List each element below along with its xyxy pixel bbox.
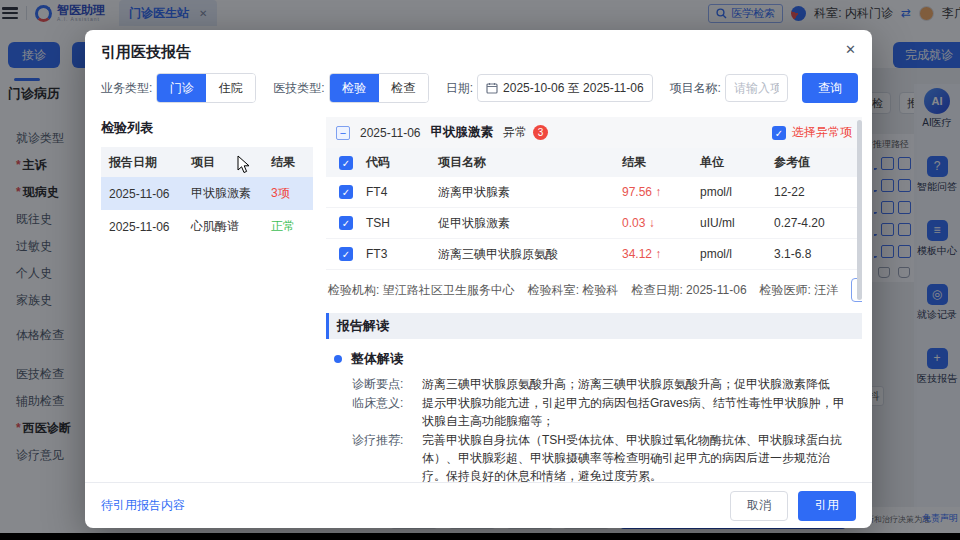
report-group-header: − 2025-11-06 甲状腺激素 异常 3 选择异常项 [326, 117, 862, 148]
scrollbar[interactable] [857, 120, 862, 300]
business-type-label: 业务类型: [101, 80, 152, 97]
option-exam[interactable]: 检查 [379, 74, 428, 102]
query-button[interactable]: 查询 [802, 73, 858, 103]
date-range-picker[interactable]: 2025-10-06 至 2025-11-06 [477, 74, 653, 102]
result-row-ft3[interactable]: FT3 游离三碘甲状腺原氨酸 34.12 ↑ pmol/l 3.1-6.8 [326, 239, 862, 270]
interpretation-section-title: 报告解读 [326, 313, 862, 339]
test-list-title: 检验列表 [101, 119, 313, 137]
result-row-tsh[interactable]: TSH 促甲状腺激素 0.03 ↓ uIU/ml 0.27-4.20 [326, 208, 862, 239]
cite-button[interactable]: 引用 [798, 491, 856, 521]
bullet-icon [334, 355, 342, 363]
test-list-row-cardiac-enzymes[interactable]: 2025-11-06 心肌酶谱 正常 [101, 210, 313, 243]
tech-type-segment: 检验 检查 [329, 73, 429, 103]
result-table-header: 代码 项目名称 结果 单位 参考值 [326, 148, 862, 177]
report-detail-panel: − 2025-11-06 甲状腺激素 异常 3 选择异常项 代码 项目名称 结果… [326, 117, 862, 482]
overall-interpretation-header: 整体解读 [334, 350, 862, 368]
result-badge: 3项 [271, 185, 313, 202]
project-name-label: 项目名称: [670, 80, 721, 97]
project-name-input[interactable] [725, 74, 788, 102]
pending-report-link[interactable]: 待引用报告内容 [101, 497, 185, 514]
collapse-icon[interactable]: − [336, 126, 350, 140]
report-date: 2025-11-06 [360, 126, 421, 140]
row-checkbox[interactable] [339, 216, 353, 230]
calendar-icon [486, 82, 498, 94]
result-badge: 正常 [271, 218, 313, 235]
overall-clinical-significance: 临床意义: 提示甲状腺功能亢进，引起甲亢的病因包括Graves病、结节性毒性甲状… [326, 394, 862, 430]
tech-type-label: 医技类型: [273, 80, 324, 97]
option-outpatient[interactable]: 门诊 [157, 74, 206, 102]
result-row-ft4[interactable]: FT4 游离甲状腺素 97.56 ↑ pmol/l 12-22 [326, 177, 862, 208]
test-list-panel: 检验列表 报告日期 项目 结果 2025-11-06 甲状腺激素 3项 2025… [101, 117, 313, 482]
letterbox-bar [0, 533, 960, 540]
abnormal-label: 异常 [503, 124, 527, 141]
dialog-title: 引用医技报告 [101, 43, 191, 60]
date-range-value: 2025-10-06 至 2025-11-06 [503, 80, 644, 97]
close-icon[interactable] [845, 42, 856, 57]
row-checkbox[interactable] [339, 247, 353, 261]
report-name: 甲状腺激素 [431, 124, 494, 141]
option-lab-test[interactable]: 检验 [330, 74, 379, 102]
mouse-cursor [237, 155, 250, 174]
filter-bar: 业务类型: 门诊 住院 医技类型: 检验 检查 日期: 2025-10-06 至… [85, 71, 872, 115]
date-label: 日期: [446, 80, 473, 97]
abnormal-value: 0.03 ↓ [622, 216, 700, 230]
abnormal-count-badge: 3 [533, 125, 548, 140]
abnormal-value: 97.56 ↑ [622, 185, 700, 199]
cancel-button[interactable]: 取消 [730, 491, 788, 521]
test-list-header: 报告日期 项目 结果 [101, 147, 313, 177]
select-abnormal-checkbox[interactable] [772, 126, 786, 140]
option-inpatient[interactable]: 住院 [206, 74, 255, 102]
reference-medtech-report-dialog: 引用医技报告 业务类型: 门诊 住院 医技类型: 检验 检查 日期: 2025-… [85, 30, 872, 528]
test-list-row-thyroid[interactable]: 2025-11-06 甲状腺激素 3项 [101, 177, 313, 210]
overall-diagnosis-points: 诊断要点: 游离三碘甲状腺原氨酸升高；游离三碘甲状腺原氨酸升高；促甲状腺激素降低 [326, 375, 862, 393]
dialog-footer: 待引用报告内容 取消 引用 [85, 482, 872, 528]
business-type-segment: 门诊 住院 [156, 73, 256, 103]
row-checkbox[interactable] [339, 185, 353, 199]
abnormal-value: 34.12 ↑ [622, 247, 700, 261]
select-abnormal-label: 选择异常项 [792, 124, 852, 141]
select-all-checkbox[interactable] [339, 156, 353, 170]
report-meta: 检验机构: 望江路社区卫生服务中心 检验科室: 检验科 检查日期: 2025-1… [326, 270, 862, 309]
overall-treatment-recommendation: 诊疗推荐: 完善甲状腺自身抗体（TSH受体抗体、甲状腺过氧化物酶抗体、甲状腺球蛋… [326, 431, 862, 482]
